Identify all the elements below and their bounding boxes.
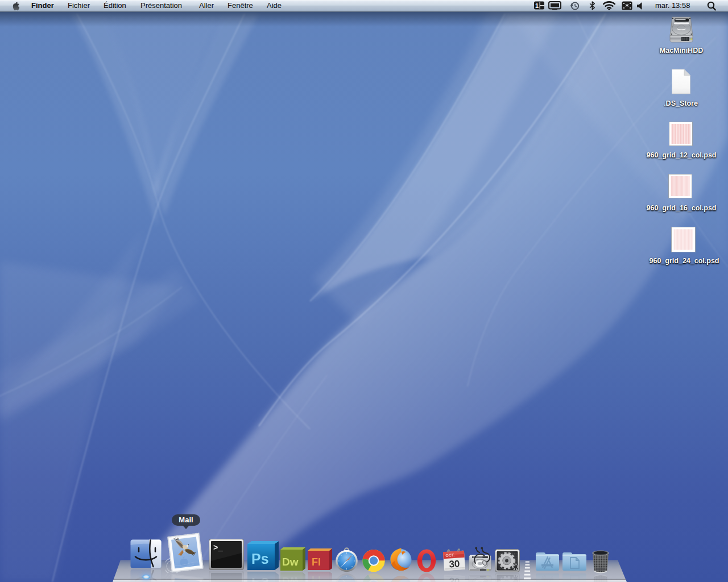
svg-text:>_: >_: [213, 543, 223, 552]
svg-text:Fl: Fl: [312, 556, 321, 568]
svg-text:OCT.: OCT.: [445, 553, 454, 558]
svg-text:Dw: Dw: [282, 556, 299, 568]
svg-text:30: 30: [449, 558, 460, 569]
svg-text:1: 1: [535, 2, 539, 9]
svg-text:Ps: Ps: [251, 551, 269, 567]
